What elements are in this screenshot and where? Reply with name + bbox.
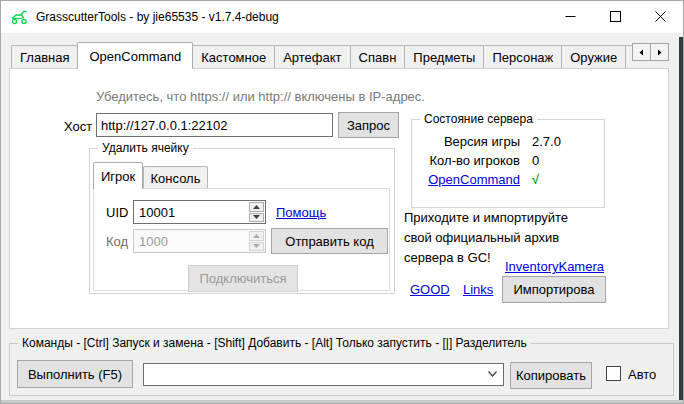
query-button[interactable]: Запрос xyxy=(338,112,399,138)
uid-input[interactable] xyxy=(134,201,248,223)
uid-spin-buttons xyxy=(248,201,265,223)
spin-down-icon xyxy=(253,244,260,248)
server-version-row: Версия игры 2.7.0 xyxy=(418,134,598,149)
code-spin-buttons xyxy=(248,230,265,252)
auto-checkbox-label: Авто xyxy=(628,367,656,382)
spin-down-button[interactable] xyxy=(249,213,264,223)
uid-stepper[interactable] xyxy=(133,200,266,224)
spin-down-button xyxy=(249,242,264,252)
arrow-left-icon xyxy=(638,49,645,56)
app-window: GrasscutterTools - by jie65535 - v1.7.4-… xyxy=(0,0,684,404)
code-stepper xyxy=(133,229,266,253)
opencommand-status-row: OpenCommand √ xyxy=(418,172,598,187)
delete-cell-title: Удалить ячейку xyxy=(98,141,193,155)
window-shadow-bottom xyxy=(1,400,683,403)
send-code-button[interactable]: Отправить код xyxy=(271,228,388,254)
player-count-row: Кол-во игроков 0 xyxy=(418,153,598,168)
tab-oruzhie[interactable]: Оружие xyxy=(561,45,626,68)
run-button[interactable]: Выполнить (F5) xyxy=(17,360,133,388)
game-version-label: Версия игры xyxy=(418,134,520,149)
arrow-right-icon xyxy=(656,49,663,56)
commands-group: Команды - [Ctrl] Запуск и замена - [Shif… xyxy=(9,343,674,396)
window-controls xyxy=(548,1,683,32)
game-version-value: 2.7.0 xyxy=(532,134,561,149)
opencommand-link[interactable]: OpenCommand xyxy=(418,172,520,187)
close-button[interactable] xyxy=(638,1,683,32)
good-link[interactable]: GOOD xyxy=(410,282,450,297)
host-hint-text: Убедитесь, что https:// или http:// вклю… xyxy=(96,89,425,104)
tab-opencommand[interactable]: OpenCommand xyxy=(77,42,193,69)
app-logo-icon xyxy=(10,9,29,25)
titlebar: GrasscutterTools - by jie65535 - v1.7.4-… xyxy=(1,1,683,33)
opencommand-page: Убедитесь, что https:// или http:// вклю… xyxy=(9,68,669,329)
close-icon xyxy=(655,11,666,22)
main-tabstrip: Главная OpenCommand Кастомное Артефакт С… xyxy=(11,41,632,69)
tab-player[interactable]: Игрок xyxy=(93,162,143,189)
server-status-group: Состояние сервера Версия игры 2.7.0 Кол-… xyxy=(411,119,605,208)
connect-button[interactable]: Подключиться xyxy=(188,265,298,292)
import-text-line1: Приходите и импортируйте xyxy=(404,210,568,225)
import-button[interactable]: Импортирова xyxy=(502,276,606,303)
inventorykamera-link[interactable]: InventoryKamera xyxy=(505,259,604,274)
opencommand-check-icon: √ xyxy=(532,172,539,187)
minimize-button[interactable] xyxy=(548,1,593,32)
tab-spavn[interactable]: Спавн xyxy=(350,45,406,68)
chevron-down-icon xyxy=(488,371,497,377)
spin-up-icon xyxy=(253,234,260,238)
maximize-icon xyxy=(610,11,621,22)
commands-title: Команды - [Ctrl] Запуск и замена - [Shif… xyxy=(18,336,531,350)
command-combobox[interactable] xyxy=(143,363,504,386)
tab-scroll-right-button[interactable] xyxy=(650,43,669,61)
window-title: GrasscutterTools - by jie65535 - v1.7.4-… xyxy=(36,10,279,24)
tab-kastomnoe[interactable]: Кастомное xyxy=(192,45,275,68)
uid-label: UID xyxy=(106,205,128,220)
spin-up-icon xyxy=(253,205,260,209)
player-count-value: 0 xyxy=(532,153,539,168)
minimize-icon xyxy=(565,11,576,22)
tab-personazh[interactable]: Персонаж xyxy=(483,45,562,68)
tab-artefakt[interactable]: Артефакт xyxy=(274,45,350,68)
maximize-button[interactable] xyxy=(593,1,638,32)
code-label: Код xyxy=(106,234,128,249)
host-label: Хост xyxy=(64,119,92,134)
tab-scroll-left-button[interactable] xyxy=(632,43,651,61)
help-link[interactable]: Помощь xyxy=(276,205,326,220)
links-link[interactable]: Links xyxy=(463,282,493,297)
copy-button[interactable]: Копировать xyxy=(510,362,592,389)
delete-cell-group: Удалить ячейку Игрок Консоль UID Помощь … xyxy=(89,148,395,294)
player-count-label: Кол-во игроков xyxy=(418,153,520,168)
tab-console[interactable]: Консоль xyxy=(143,166,208,189)
auto-checkbox[interactable] xyxy=(606,366,621,381)
tab-glavnaya[interactable]: Главная xyxy=(11,45,78,68)
spin-up-button xyxy=(249,231,264,241)
code-input xyxy=(134,230,248,252)
spin-up-button[interactable] xyxy=(249,202,264,212)
spin-down-icon xyxy=(253,215,260,219)
tab-predmety[interactable]: Предметы xyxy=(404,45,484,68)
window-shadow-right xyxy=(679,37,683,400)
tab-akkaunt[interactable]: Аккаунт xyxy=(625,45,632,68)
import-text-line2: свой официальный архив xyxy=(404,230,559,245)
host-input[interactable] xyxy=(96,113,333,137)
tab-scroll-buttons xyxy=(632,43,668,61)
server-status-title: Состояние сервера xyxy=(420,112,537,126)
import-text-line3: сервера в GC! xyxy=(404,250,491,265)
